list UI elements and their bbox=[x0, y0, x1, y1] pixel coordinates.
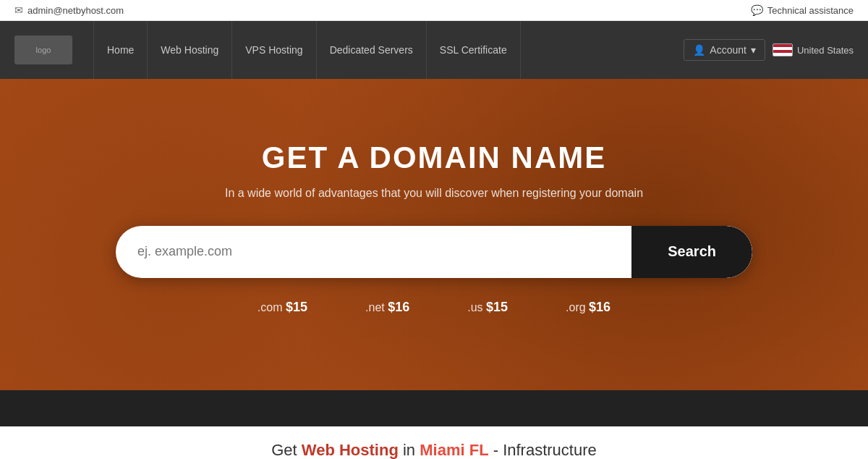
hero-subtitle: In a wide world of advantages that you w… bbox=[225, 187, 643, 200]
domain-search-input[interactable] bbox=[116, 226, 631, 278]
nav-right: 👤 Account ▾ United States bbox=[684, 39, 854, 61]
account-button[interactable]: 👤 Account ▾ bbox=[684, 39, 765, 61]
chat-icon: 💬 bbox=[751, 4, 763, 16]
pricing-net: .net $16 bbox=[365, 300, 409, 315]
pricing-row: .com $15 .net $16 .us $15 .org $16 bbox=[258, 300, 610, 315]
hero-section: GET A DOMAIN NAME In a wide world of adv… bbox=[0, 79, 868, 390]
search-button[interactable]: Search bbox=[631, 226, 752, 278]
account-label: Account bbox=[710, 44, 746, 56]
flag-icon bbox=[773, 43, 793, 56]
top-bar-right[interactable]: 💬 Technical assistance bbox=[751, 4, 854, 16]
teaser-highlight2: Miami FL bbox=[420, 441, 488, 459]
ext-us: .us bbox=[467, 301, 486, 313]
nav-item-ssl-certificate[interactable]: SSL Certificate bbox=[426, 21, 521, 79]
country-selector[interactable]: United States bbox=[773, 43, 854, 56]
email-icon: ✉ bbox=[14, 4, 23, 16]
pricing-org: .org $16 bbox=[566, 300, 610, 315]
ext-com: .com bbox=[258, 301, 286, 313]
logo-area[interactable]: logo bbox=[14, 35, 72, 64]
chevron-down-icon: ▾ bbox=[751, 44, 756, 56]
nav-item-vps-hosting[interactable]: VPS Hosting bbox=[231, 21, 316, 79]
price-org: $16 bbox=[589, 300, 610, 314]
main-nav: logo Home Web Hosting VPS Hosting Dedica… bbox=[0, 21, 868, 79]
nav-links: Home Web Hosting VPS Hosting Dedicated S… bbox=[94, 21, 684, 79]
teaser-prefix: Get bbox=[271, 441, 297, 459]
ext-org: .org bbox=[566, 301, 589, 313]
nav-item-dedicated-servers[interactable]: Dedicated Servers bbox=[316, 21, 427, 79]
nav-item-web-hosting[interactable]: Web Hosting bbox=[147, 21, 232, 79]
price-us: $15 bbox=[486, 300, 508, 314]
hero-title: GET A DOMAIN NAME bbox=[262, 140, 607, 175]
technical-assistance-link[interactable]: Technical assistance bbox=[767, 5, 854, 16]
top-bar: ✉ admin@netbyhost.com 💬 Technical assist… bbox=[0, 0, 868, 21]
ext-net: .net bbox=[365, 301, 388, 313]
price-net: $16 bbox=[388, 300, 409, 314]
logo[interactable]: logo bbox=[14, 35, 72, 64]
bottom-teaser: Get Web Hosting in Miami FL - Infrastruc… bbox=[0, 426, 868, 459]
price-com: $15 bbox=[286, 300, 307, 314]
pricing-us: .us $15 bbox=[467, 300, 508, 315]
domain-search-container: Search bbox=[116, 226, 752, 278]
top-bar-left: ✉ admin@netbyhost.com bbox=[14, 4, 124, 16]
teaser-middle: in bbox=[403, 441, 415, 459]
nav-item-home[interactable]: Home bbox=[93, 21, 148, 79]
account-icon: 👤 bbox=[693, 44, 705, 56]
bottom-dark-bar bbox=[0, 390, 868, 426]
teaser-highlight1: Web Hosting bbox=[302, 441, 399, 459]
admin-email: admin@netbyhost.com bbox=[27, 5, 124, 16]
pricing-com: .com $15 bbox=[258, 300, 307, 315]
country-label: United States bbox=[797, 45, 854, 56]
teaser-suffix: - Infrastructure bbox=[493, 441, 597, 459]
